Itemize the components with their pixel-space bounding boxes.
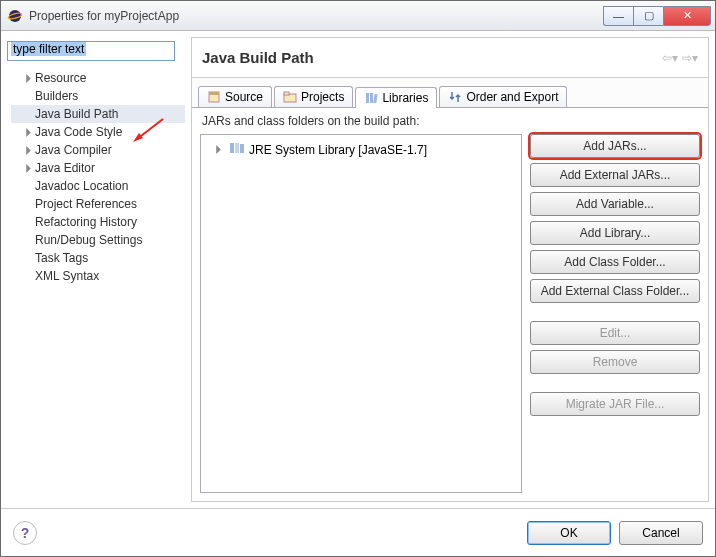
tab-label: Projects (301, 90, 344, 104)
filter-input[interactable]: type filter text (7, 41, 175, 61)
ok-button[interactable]: OK (527, 521, 611, 545)
titlebar: Properties for myProjectApp — ▢ ✕ (1, 1, 715, 31)
svg-rect-9 (230, 143, 234, 153)
tree-item-label: Project References (35, 197, 137, 211)
back-icon[interactable]: ⇦▾ (662, 51, 678, 65)
tree-item-label: Builders (35, 89, 78, 103)
svg-rect-11 (240, 144, 244, 153)
help-button[interactable]: ? (13, 521, 37, 545)
tree-item[interactable]: Task Tags (11, 249, 185, 267)
tree-item[interactable]: Refactoring History (11, 213, 185, 231)
page-header: Java Build Path ⇦▾ ⇨▾ (192, 38, 708, 78)
add-library-button[interactable]: Add Library... (530, 221, 700, 245)
tree-item[interactable]: Project References (11, 195, 185, 213)
expander-icon[interactable] (23, 145, 33, 155)
tree-item-label: Task Tags (35, 251, 88, 265)
footer: ? OK Cancel (1, 508, 715, 556)
tree-item[interactable]: Javadoc Location (11, 177, 185, 195)
tree-item[interactable]: Resource (11, 69, 185, 87)
tree-item[interactable]: XML Syntax (11, 267, 185, 285)
svg-rect-8 (374, 94, 378, 103)
category-tree[interactable]: ResourceBuildersJava Build PathJava Code… (7, 69, 185, 502)
nav-arrows: ⇦▾ ⇨▾ (662, 51, 698, 65)
add-external-jars-button[interactable]: Add External JARs... (530, 163, 700, 187)
libraries-icon (364, 91, 378, 105)
tree-item-label: Java Editor (35, 161, 95, 175)
expander-icon (23, 217, 33, 227)
expander-icon[interactable] (23, 73, 33, 83)
properties-dialog: Properties for myProjectApp — ▢ ✕ type f… (0, 0, 716, 557)
add-class-folder-button[interactable]: Add Class Folder... (530, 250, 700, 274)
projects-icon (283, 90, 297, 104)
tab-order-and-export[interactable]: Order and Export (439, 86, 567, 107)
close-button[interactable]: ✕ (663, 6, 711, 26)
expander-icon (23, 91, 33, 101)
tree-item-label: Run/Debug Settings (35, 233, 142, 247)
expander-icon (23, 253, 33, 263)
expander-icon[interactable] (23, 163, 33, 173)
library-icon (229, 141, 245, 158)
tree-item[interactable]: Java Editor (11, 159, 185, 177)
tree-item-label: Resource (35, 71, 86, 85)
jar-item-label: JRE System Library [JavaSE-1.7] (249, 143, 427, 157)
tab-projects[interactable]: Projects (274, 86, 353, 107)
expander-icon[interactable] (213, 145, 223, 155)
svg-rect-10 (235, 143, 239, 153)
forward-icon[interactable]: ⇨▾ (682, 51, 698, 65)
expander-icon[interactable] (23, 127, 33, 137)
tree-item-label: Java Code Style (35, 125, 122, 139)
migrate-jar-button[interactable]: Migrate JAR File... (530, 392, 700, 416)
tree-item-label: Java Compiler (35, 143, 112, 157)
expander-icon (23, 181, 33, 191)
page-title: Java Build Path (202, 49, 662, 66)
add-external-class-folder-button[interactable]: Add External Class Folder... (530, 279, 700, 303)
remove-button[interactable]: Remove (530, 350, 700, 374)
tree-item[interactable]: Java Code Style (11, 123, 185, 141)
add-variable-button[interactable]: Add Variable... (530, 192, 700, 216)
cancel-button[interactable]: Cancel (619, 521, 703, 545)
expander-icon (23, 235, 33, 245)
tree-item-label: Refactoring History (35, 215, 137, 229)
button-column: Add JARs... Add External JARs... Add Var… (530, 134, 700, 493)
svg-rect-3 (209, 92, 219, 95)
tab-label: Order and Export (466, 90, 558, 104)
source-icon (207, 90, 221, 104)
tabstrip: SourceProjectsLibrariesOrder and Export (192, 78, 708, 108)
tree-item[interactable]: Run/Debug Settings (11, 231, 185, 249)
svg-rect-7 (370, 93, 373, 103)
tree-item[interactable]: Java Build Path (11, 105, 185, 123)
svg-rect-5 (284, 92, 289, 95)
eclipse-icon (7, 8, 23, 24)
expander-icon (23, 271, 33, 281)
tree-item-label: XML Syntax (35, 269, 99, 283)
content-row: JRE System Library [JavaSE-1.7] Add JARs… (192, 134, 708, 501)
jar-tree[interactable]: JRE System Library [JavaSE-1.7] (200, 134, 522, 493)
category-pane: type filter text ResourceBuildersJava Bu… (7, 37, 185, 502)
tab-libraries[interactable]: Libraries (355, 87, 437, 108)
svg-point-0 (9, 10, 21, 22)
tree-item-label: Javadoc Location (35, 179, 128, 193)
edit-button[interactable]: Edit... (530, 321, 700, 345)
svg-rect-6 (366, 93, 369, 103)
add-jars-button[interactable]: Add JARs... (530, 134, 700, 158)
tree-item-label: Java Build Path (35, 107, 118, 121)
expander-icon (23, 109, 33, 119)
minimize-button[interactable]: — (603, 6, 633, 26)
tab-label: Source (225, 90, 263, 104)
window-controls: — ▢ ✕ (603, 6, 711, 26)
order-and-export-icon (448, 90, 462, 104)
content-pane: Java Build Path ⇦▾ ⇨▾ SourceProjectsLibr… (191, 37, 709, 502)
subheader: JARs and class folders on the build path… (192, 108, 708, 134)
jar-tree-item[interactable]: JRE System Library [JavaSE-1.7] (205, 139, 517, 160)
tree-item[interactable]: Java Compiler (11, 141, 185, 159)
tab-label: Libraries (382, 91, 428, 105)
maximize-button[interactable]: ▢ (633, 6, 663, 26)
tree-item[interactable]: Builders (11, 87, 185, 105)
tab-source[interactable]: Source (198, 86, 272, 107)
dialog-body: type filter text ResourceBuildersJava Bu… (1, 31, 715, 508)
expander-icon (23, 199, 33, 209)
window-title: Properties for myProjectApp (29, 9, 603, 23)
